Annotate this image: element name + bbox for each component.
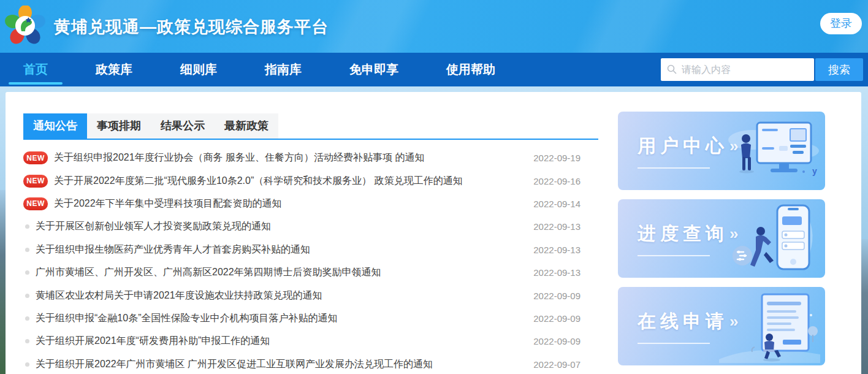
notice-title: 关于组织申报2021年度行业协会（商务 服务业、住餐方向）活动经费补贴事项 的通… xyxy=(54,151,522,164)
notice-date: 2022-09-14 xyxy=(522,199,581,209)
notice-date: 2022-09-13 xyxy=(522,221,581,232)
tab-schedule[interactable]: 事项排期 xyxy=(87,113,151,139)
notice-row[interactable]: 关于组织申报“金融10条”全国性保险专业中介机构项目落户补贴的通知 2022-0… xyxy=(23,307,581,330)
search-bar: 搜索 xyxy=(661,58,863,81)
background-city-left xyxy=(0,190,6,374)
notice-title: 黄埔区农业农村局关于申请2021年度设施农业扶持政策兑现的通知 xyxy=(36,289,522,302)
new-badge: NEW xyxy=(23,151,48,164)
notice-row[interactable]: 黄埔区农业农村局关于申请2021年度设施农业扶持政策兑现的通知 2022-09-… xyxy=(23,284,581,307)
online-application-illustration xyxy=(719,291,820,363)
notice-row[interactable]: NEW 关于开展2022年度第二批“现代服务业10条2.0”（科学研究和技术服务… xyxy=(23,169,581,192)
notice-date: 2022-09-09 xyxy=(522,291,581,301)
notice-row[interactable]: 关于开展区创新创业领军人才投资奖励政策兑现的通知 2022-09-13 xyxy=(23,215,581,238)
bullet-icon xyxy=(25,339,29,343)
notice-row[interactable]: NEW 关于2022年下半年集中受理科技项目配套资助的通知 2022-09-14 xyxy=(23,193,581,215)
bullet-icon xyxy=(25,362,29,367)
site-logo-icon xyxy=(5,6,45,46)
notice-date: 2022-09-09 xyxy=(522,336,581,346)
online-application-banner[interactable]: 在线申请» xyxy=(618,287,825,365)
tab-results[interactable]: 结果公示 xyxy=(151,113,215,139)
site-title: 黄埔兑现通—政策兑现综合服务平台 xyxy=(54,16,329,38)
notice-date: 2022-09-07 xyxy=(522,359,581,370)
notice-title: 关于组织开展2022年广州市黄埔区 广州开发区促进工业互联网产业发展办法兑现工作… xyxy=(36,358,522,371)
notice-date: 2022-09-09 xyxy=(522,313,581,324)
notice-tabs: 通知公告 事项排期 结果公示 最新政策 xyxy=(23,113,278,139)
user-center-banner[interactable]: 用户中心» y xyxy=(618,112,825,190)
bullet-icon xyxy=(25,224,29,229)
notice-row[interactable]: 关于组织申报生物医药产业优秀青年人才首套房购买补贴的通知 2022-09-13 xyxy=(23,239,581,261)
notice-row[interactable]: NEW 关于组织申报2021年度行业协会（商务 服务业、住餐方向）活动经费补贴事… xyxy=(23,147,581,169)
banner-underline xyxy=(638,167,710,169)
search-button[interactable]: 搜索 xyxy=(815,58,863,81)
search-input[interactable] xyxy=(661,58,814,81)
bullet-icon xyxy=(25,316,29,321)
bullet-icon xyxy=(25,248,29,252)
main-navigation: 首页 政策库 细则库 指南库 免申即享 使用帮助 搜索 xyxy=(0,53,868,86)
notice-title: 广州市黄埔区、广州开发区、广州高新区2022年第四期博士后资助奖励申领通知 xyxy=(36,266,522,279)
notice-title: 关于组织申报生物医药产业优秀青年人才首套房购买补贴的通知 xyxy=(36,243,522,256)
nav-item-no-application[interactable]: 免申即享 xyxy=(335,53,413,86)
notice-title: 关于组织申报“金融10条”全国性保险专业中介机构项目落户补贴的通知 xyxy=(36,312,522,325)
notice-title: 关于开展区创新创业领军人才投资奖励政策兑现的通知 xyxy=(36,220,522,233)
notice-row[interactable]: 广州市黄埔区、广州开发区、广州高新区2022年第四期博士后资助奖励申领通知 20… xyxy=(23,261,581,284)
main-content-card: 通知公告 事项排期 结果公示 最新政策 NEW 关于组织申报2021年度行业协会… xyxy=(6,92,861,374)
progress-inquiry-banner[interactable]: 进度查询» xyxy=(618,199,825,278)
quick-links-sidebar: 用户中心» y xyxy=(618,112,825,365)
notice-row[interactable]: 关于组织开展2021年度“研发费用补助”申报工作的通知 2022-09-09 xyxy=(23,330,581,353)
svg-text:y: y xyxy=(812,166,817,176)
notice-date: 2022-09-13 xyxy=(522,267,581,278)
nav-item-policy-library[interactable]: 政策库 xyxy=(81,53,147,86)
site-header: 黄埔兑现通—政策兑现综合服务平台 登录 xyxy=(0,0,868,53)
notice-date: 2022-09-19 xyxy=(522,153,581,163)
bullet-icon xyxy=(25,294,29,298)
nav-item-home[interactable]: 首页 xyxy=(9,53,63,86)
tab-latest-policy[interactable]: 最新政策 xyxy=(215,113,278,139)
bullet-icon xyxy=(25,270,29,275)
notice-title: 关于2022年下半年集中受理科技项目配套资助的通知 xyxy=(54,197,522,210)
banner-underline xyxy=(638,255,710,256)
notice-date: 2022-09-13 xyxy=(522,245,581,255)
notice-date: 2022-09-16 xyxy=(522,176,581,186)
nav-item-guide-library[interactable]: 指南库 xyxy=(250,53,316,86)
user-center-illustration: y xyxy=(719,115,820,188)
notice-title: 关于组织开展2021年度“研发费用补助”申报工作的通知 xyxy=(36,335,522,348)
banner-underline xyxy=(638,343,710,344)
login-button[interactable]: 登录 xyxy=(820,13,862,34)
nav-item-help[interactable]: 使用帮助 xyxy=(432,53,510,86)
progress-inquiry-illustration xyxy=(719,203,820,275)
notice-section: 通知公告 事项排期 结果公示 最新政策 NEW 关于组织申报2021年度行业协会… xyxy=(23,113,598,374)
new-badge: NEW xyxy=(23,175,48,188)
tabs-underline xyxy=(23,139,598,140)
new-badge: NEW xyxy=(23,197,48,210)
notice-list: NEW 关于组织申报2021年度行业协会（商务 服务业、住餐方向）活动经费补贴事… xyxy=(23,147,581,374)
background-city-right xyxy=(861,239,868,374)
nav-item-rules-library[interactable]: 细则库 xyxy=(166,53,232,86)
notice-row[interactable]: 关于组织开展2022年广州市黄埔区 广州开发区促进工业互联网产业发展办法兑现工作… xyxy=(23,353,581,374)
tab-notices[interactable]: 通知公告 xyxy=(23,113,87,139)
notice-title: 关于开展2022年度第二批“现代服务业10条2.0”（科学研究和技术服务业） 政… xyxy=(54,175,522,188)
